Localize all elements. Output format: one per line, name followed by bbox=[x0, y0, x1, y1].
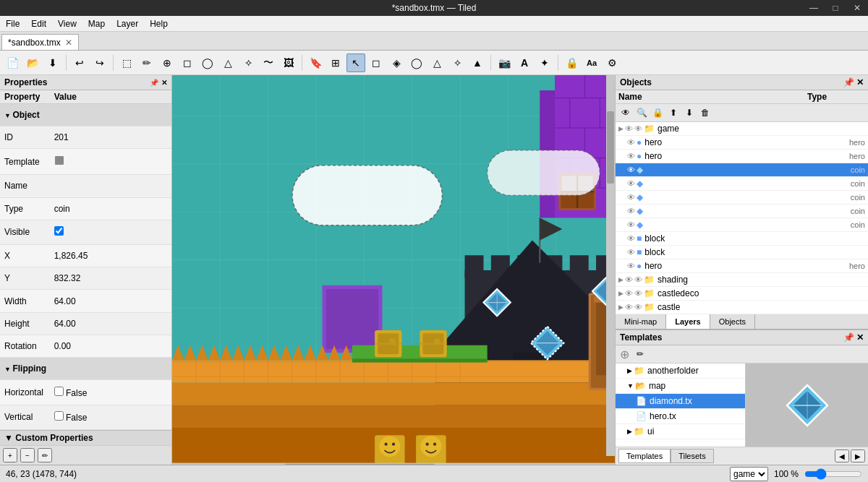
triangle-tool[interactable]: △ bbox=[427, 53, 446, 72]
tree-item[interactable]: ▼ 📂 map bbox=[616, 379, 745, 394]
templates-edit-button[interactable]: ✏ bbox=[633, 347, 647, 361]
polyline-tool[interactable]: ⟡ bbox=[239, 53, 258, 72]
objects-delete-button[interactable]: 🗑 bbox=[698, 106, 712, 120]
list-item[interactable]: 👁 ■ block bbox=[616, 246, 868, 259]
tree-item[interactable]: ▶ 📁 ui bbox=[616, 424, 745, 439]
tab-close-button[interactable]: ✕ bbox=[65, 38, 72, 48]
tab-objects-right[interactable]: Objects bbox=[710, 314, 755, 329]
menu-map[interactable]: Map bbox=[82, 16, 111, 31]
objects-search-button[interactable]: 🔍 bbox=[634, 106, 649, 120]
minimize-button[interactable]: — bbox=[803, 0, 825, 16]
list-item[interactable]: 👁 ■ block bbox=[616, 232, 868, 246]
close-button[interactable]: ✕ bbox=[846, 0, 868, 16]
templates-tree[interactable]: ▶ 📁 anotherfolder ▼ 📂 map 📄 bbox=[616, 363, 746, 447]
settings-button[interactable]: ⚙ bbox=[603, 53, 621, 72]
menu-layer[interactable]: Layer bbox=[111, 16, 144, 31]
list-item[interactable]: ▶ 👁 👁 📁 game bbox=[616, 122, 868, 136]
undo-button[interactable]: ↩ bbox=[70, 53, 89, 72]
wave-tool[interactable]: ⟡ bbox=[448, 53, 467, 72]
list-item[interactable]: ▶ 👁 👁 📁 shading bbox=[616, 273, 868, 287]
objects-move-down-button[interactable]: ⬇ bbox=[682, 106, 697, 120]
objects-list[interactable]: ▶ 👁 👁 📁 game 👁 ● hero hero bbox=[616, 122, 868, 314]
lock-button[interactable]: 🔒 bbox=[562, 53, 581, 72]
visible-checkbox[interactable] bbox=[54, 226, 64, 236]
camera-button[interactable]: 📷 bbox=[495, 53, 514, 72]
tmpl-tab-tilesets[interactable]: Tilesets bbox=[671, 449, 714, 463]
menu-view[interactable]: View bbox=[52, 16, 82, 31]
vertical-checkbox[interactable] bbox=[54, 411, 64, 421]
list-item[interactable]: 👁 ◆ coin bbox=[616, 218, 868, 232]
new-button[interactable]: 📄 bbox=[3, 53, 22, 72]
canvas-area[interactable] bbox=[172, 75, 615, 465]
list-item[interactable]: 👁 ◆ coin bbox=[616, 163, 868, 177]
text-tool[interactable]: A bbox=[515, 53, 534, 72]
list-item[interactable]: 👁 ◆ coin bbox=[616, 191, 868, 205]
horizontal-checkbox[interactable] bbox=[54, 387, 64, 396]
tree-item[interactable]: ▶ 📁 anotherfolder bbox=[616, 363, 745, 379]
list-item[interactable]: 👁 ● hero hero bbox=[616, 136, 868, 150]
object-section-row[interactable]: Object bbox=[0, 104, 171, 126]
tab-layers[interactable]: Layers bbox=[666, 314, 710, 329]
templates-pin-icon[interactable]: 📌 bbox=[843, 332, 854, 343]
objects-lock-button[interactable]: 🔒 bbox=[650, 106, 665, 120]
mountain-tool[interactable]: ▲ bbox=[468, 53, 487, 72]
pointer-tool[interactable]: ↖ bbox=[346, 53, 365, 72]
draw-tool[interactable]: ✏ bbox=[137, 53, 156, 72]
rect-select-tool[interactable]: ◻ bbox=[367, 53, 386, 72]
freehand-tool[interactable]: 〜 bbox=[259, 53, 278, 72]
templates-new-button[interactable]: ⊕ bbox=[617, 347, 631, 361]
objects-close-icon[interactable]: ✕ bbox=[856, 77, 864, 87]
eraser-tool[interactable]: ⊕ bbox=[158, 53, 176, 72]
maximize-button[interactable]: □ bbox=[825, 0, 846, 16]
templates-prev-button[interactable]: ◀ bbox=[835, 449, 849, 462]
list-item[interactable]: 👁 ● hero hero bbox=[616, 150, 868, 163]
template-tool[interactable]: ⊞ bbox=[326, 53, 345, 72]
list-item[interactable]: ▶ 👁 👁 📁 castle bbox=[616, 301, 868, 314]
insert-tile-tool[interactable]: 🔖 bbox=[306, 53, 325, 72]
prop-name-value[interactable] bbox=[50, 175, 171, 197]
open-button[interactable]: 📂 bbox=[23, 53, 42, 72]
objects-pin-icon[interactable]: 📌 bbox=[843, 77, 854, 87]
templates-next-button[interactable]: ▶ bbox=[851, 449, 865, 462]
prop-vertical-value[interactable]: False bbox=[50, 405, 171, 429]
save-button[interactable]: ⬇ bbox=[43, 53, 62, 72]
stamp-tool[interactable]: 🖼 bbox=[279, 53, 298, 72]
tree-item[interactable]: 📄 diamond.tx bbox=[616, 394, 745, 409]
remove-prop-button[interactable]: − bbox=[20, 448, 35, 462]
ellipse-tool[interactable]: ◯ bbox=[198, 53, 217, 72]
edit-prop-button[interactable]: ✏ bbox=[38, 448, 52, 462]
properties-close-icon[interactable]: ✕ bbox=[161, 79, 167, 87]
select-tool[interactable]: ⬚ bbox=[117, 53, 136, 72]
tab-minimap[interactable]: Mini-map bbox=[616, 314, 666, 329]
custom-properties-section[interactable]: ▼ Custom Properties bbox=[0, 430, 171, 445]
polygon-tool[interactable]: △ bbox=[218, 53, 237, 72]
point-tool[interactable]: ◈ bbox=[387, 53, 406, 72]
canvas-vscroll[interactable] bbox=[606, 75, 615, 456]
templates-close-icon[interactable]: ✕ bbox=[856, 332, 864, 343]
list-item[interactable]: 👁 ◆ coin bbox=[616, 177, 868, 191]
layer-select[interactable]: game bbox=[730, 467, 768, 481]
zoom-slider[interactable] bbox=[804, 468, 862, 480]
eye2-icon: 👁 bbox=[634, 124, 642, 133]
prop-horizontal-value[interactable]: False bbox=[50, 380, 171, 405]
list-item[interactable]: ▶ 👁 👁 📁 castledeco bbox=[616, 287, 868, 301]
tmpl-tab-templates[interactable]: Templates bbox=[618, 449, 671, 463]
fill-tool[interactable]: ◻ bbox=[178, 53, 197, 72]
objects-eye-button[interactable]: 👁 bbox=[618, 106, 633, 120]
circle-tool[interactable]: ◯ bbox=[407, 53, 426, 72]
flipping-section-row[interactable]: Flipping bbox=[0, 357, 171, 379]
menu-edit[interactable]: Edit bbox=[25, 16, 52, 31]
prop-visible-value[interactable] bbox=[50, 220, 171, 244]
tree-item[interactable]: 📄 hero.tx bbox=[616, 409, 745, 424]
tab-sandbox[interactable]: *sandbox.tmx ✕ bbox=[1, 34, 79, 50]
redo-button[interactable]: ↪ bbox=[90, 53, 109, 72]
add-prop-button[interactable]: + bbox=[3, 448, 17, 462]
menu-file[interactable]: File bbox=[0, 16, 25, 31]
menu-help[interactable]: Help bbox=[144, 16, 174, 31]
list-item[interactable]: 👁 ◆ coin bbox=[616, 205, 868, 218]
star-button[interactable]: ✦ bbox=[535, 53, 554, 72]
list-item[interactable]: 👁 ● hero hero bbox=[616, 259, 868, 273]
properties-pin-icon[interactable]: 📌 bbox=[150, 79, 158, 87]
label-button[interactable]: Aa bbox=[582, 53, 601, 72]
objects-move-up-button[interactable]: ⬆ bbox=[666, 106, 681, 120]
